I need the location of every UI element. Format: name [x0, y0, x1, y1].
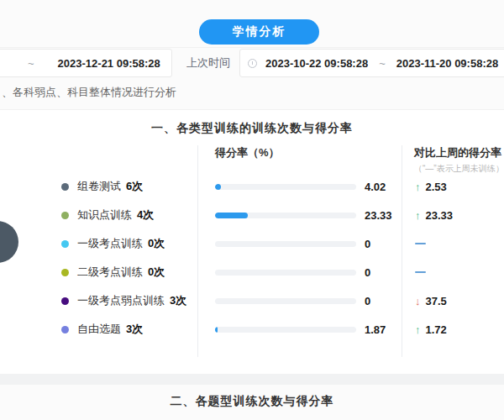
- score-bar-value: 0: [365, 238, 370, 250]
- score-bar-fill: [215, 184, 221, 190]
- legend-row: 组卷测试6次: [0, 172, 197, 201]
- last-time-label: 上次时间: [186, 48, 230, 78]
- trend-row: ↓37.5: [402, 286, 504, 315]
- score-bar-fill: [215, 213, 248, 218]
- score-bar-row: 0: [198, 229, 402, 258]
- score-bar-fill: [215, 327, 218, 333]
- range-separator: ~: [28, 57, 34, 70]
- range-separator: ~: [379, 57, 386, 70]
- score-bar-track: [215, 270, 356, 276]
- legend-dot-icon: [61, 240, 69, 248]
- legend-row: 一级考点训练0次: [0, 229, 197, 258]
- trend-value: 23.33: [426, 209, 454, 222]
- learning-analysis-page: 学情分析 ~ 2023-12-21 09:58:28 上次时间 2023-10-…: [0, 0, 504, 420]
- trend-up-arrow-icon: ↑: [415, 181, 421, 193]
- training-type-chart: 组卷测试6次知识点训练4次一级考点训练0次二级考点训练0次一级考点弱点训练3次自…: [0, 145, 504, 357]
- clock-icon: [248, 59, 257, 68]
- last-period-date-input[interactable]: 2023-10-22 09:58:28 ~ 2023-11-20 09:58:2…: [239, 49, 504, 77]
- score-rate-column: 得分率（%） 4.0223.330001.87: [197, 145, 402, 357]
- score-bar-value: 0: [365, 266, 370, 279]
- trend-row: ↑23.33: [402, 201, 504, 229]
- trend-row: ↑2.53: [402, 172, 504, 201]
- legend-count: 6次: [126, 179, 143, 194]
- legend-count: 3次: [170, 293, 186, 308]
- score-bar-row: 0: [198, 286, 402, 315]
- legend-column: 组卷测试6次知识点训练4次一级考点训练0次二级考点训练0次一级考点弱点训练3次自…: [0, 145, 197, 357]
- section-divider-band: [0, 374, 504, 385]
- score-bar-value: 0: [365, 295, 370, 307]
- legend-label: 知识点训练: [77, 207, 132, 223]
- legend-dot-icon: [61, 269, 69, 276]
- score-bar-value: 4.02: [365, 181, 386, 193]
- current-end-date: 2023-12-21 09:58:28: [58, 57, 160, 70]
- legend-row: 自由选题3次: [0, 315, 197, 344]
- score-bar-row: 4.02: [198, 172, 402, 201]
- trend-row: ↑1.72: [402, 315, 504, 344]
- trend-up-arrow-icon: ↑: [415, 323, 421, 336]
- compare-note: （“—”表示上周未训练）: [414, 163, 504, 175]
- trend-down-arrow-icon: ↓: [415, 295, 421, 307]
- last-start-date: 2023-10-22 09:58:28: [265, 57, 368, 70]
- score-bar-value: 1.87: [365, 323, 386, 336]
- section1-title: 一、各类型训练的训练次数与得分率: [0, 110, 504, 136]
- score-bar-row: 1.87: [198, 315, 402, 344]
- legend-label: 二级考点训练: [77, 265, 143, 280]
- legend-label: 自由选题: [77, 322, 121, 337]
- trend-value: 1.72: [426, 323, 447, 336]
- legend-label: 一级考点训练: [77, 236, 143, 251]
- section2-title: 二、各题型训练次数与得分率: [0, 394, 504, 409]
- compare-header: 对比上周的得分率 （“—”表示上周未训练）: [402, 145, 504, 172]
- trend-value: 37.5: [426, 295, 447, 307]
- score-bar-track: [215, 184, 356, 190]
- no-training-dash-icon: [415, 271, 426, 273]
- legend-row: 知识点训练4次: [0, 201, 197, 229]
- legend-dot-icon: [61, 212, 69, 219]
- training-type-card: 一、各类型训练的训练次数与得分率 组卷测试6次知识点训练4次一级考点训练0次二级…: [0, 109, 504, 374]
- analysis-description: 、各科弱点、科目整体情况进行分析: [2, 85, 176, 100]
- compare-header-text: 对比上周的得分率: [414, 146, 501, 159]
- legend-count: 3次: [126, 322, 143, 337]
- current-period-date-input[interactable]: ~ 2023-12-21 09:58:28: [0, 49, 172, 77]
- compare-column: 对比上周的得分率 （“—”表示上周未训练） ↑2.53↑23.33↓37.5↑1…: [402, 145, 504, 357]
- legend-count: 4次: [137, 207, 154, 223]
- legend-label: 组卷测试: [77, 179, 121, 194]
- legend-dot-icon: [61, 297, 69, 305]
- score-bar-track: [215, 241, 356, 247]
- legend-count: 0次: [148, 265, 165, 280]
- legend-row: 一级考点弱点训练3次: [0, 286, 197, 315]
- legend-row: 二级考点训练0次: [0, 258, 197, 286]
- legend-label: 一级考点弱点训练: [77, 293, 165, 308]
- legend-dot-icon: [61, 183, 69, 191]
- trend-up-arrow-icon: ↑: [415, 209, 421, 222]
- date-filter-row: ~ 2023-12-21 09:58:28 上次时间 2023-10-22 09…: [0, 47, 504, 77]
- last-end-date: 2023-11-20 09:58:28: [396, 57, 498, 70]
- score-bar-value: 23.33: [365, 209, 392, 222]
- score-bar-track: [215, 327, 356, 333]
- score-bar-row: 23.33: [198, 201, 402, 229]
- legend-count: 0次: [148, 236, 165, 251]
- trend-value: 2.53: [426, 181, 447, 193]
- learning-analysis-button[interactable]: 学情分析: [199, 19, 319, 45]
- score-rate-header: 得分率（%）: [198, 145, 402, 172]
- score-bar-track: [215, 213, 356, 218]
- legend-dot-icon: [61, 326, 69, 333]
- no-training-dash-icon: [415, 243, 426, 244]
- trend-row: [402, 229, 504, 258]
- score-bar-row: 0: [198, 258, 402, 286]
- trend-row: [402, 258, 504, 286]
- score-bar-track: [215, 298, 356, 304]
- legend-header-spacer: [0, 145, 197, 172]
